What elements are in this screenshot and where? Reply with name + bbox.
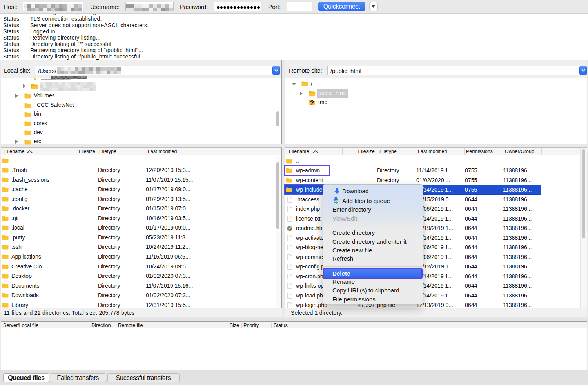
svg-text:?: ? — [310, 99, 314, 106]
